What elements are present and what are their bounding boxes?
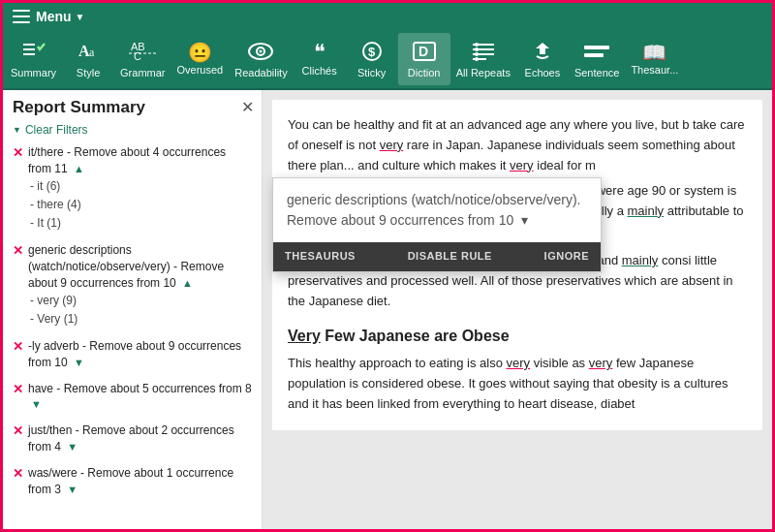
summary-icon <box>21 41 46 65</box>
sub-items-generic: - very (9) - Very (1) <box>30 292 252 329</box>
filter-title-ly-adverb[interactable]: ✕ -ly adverb - Remove about 9 occurrence… <box>13 338 252 371</box>
sticky-label: Sticky <box>357 67 386 78</box>
filter-title-have[interactable]: ✕ have - Remove about 5 occurrences from… <box>13 381 252 414</box>
sub-item: - It (1) <box>30 214 252 233</box>
toolbar-item-sentence[interactable]: Sentence <box>569 33 625 85</box>
toolbar: Summary A a Style AB C Grammar 😐 Overuse… <box>3 30 772 90</box>
overused-icon: 😐 <box>188 43 212 62</box>
toolbar-item-thesaurus[interactable]: 📖 Thesaur... <box>625 33 684 85</box>
svg-rect-23 <box>584 46 609 49</box>
tooltip-thesaurus-btn[interactable]: THESAURUS <box>285 248 356 266</box>
toolbar-item-cliches[interactable]: ❝ Clichés <box>294 33 346 85</box>
filter-title-was-were[interactable]: ✕ was/were - Remove about 1 occurrence f… <box>13 465 252 498</box>
grammar-icon: AB C <box>129 41 156 65</box>
expand-arrow-was-were[interactable]: ▼ <box>67 484 78 495</box>
tooltip-popup: generic descriptions (watch/notice/obser… <box>272 177 602 272</box>
filter-title-just-then[interactable]: ✕ just/then - Remove about 2 occurrences… <box>13 422 252 455</box>
echoes-icon <box>530 41 555 65</box>
toolbar-item-sticky[interactable]: $ Sticky <box>346 33 398 85</box>
svg-point-21 <box>475 52 479 56</box>
style-icon: A a <box>76 41 101 65</box>
tooltip-disable-rule-btn[interactable]: DISABLE RULE <box>408 248 492 266</box>
summary-label: Summary <box>11 67 56 78</box>
highlighted-mainly-2: mainly <box>622 253 659 267</box>
paragraph-4: This healthy approach to eating is also … <box>288 354 747 414</box>
thesaurus-icon: 📖 <box>642 43 666 62</box>
toolbar-item-style[interactable]: A a Style <box>62 33 114 85</box>
menu-bar: Menu ▼ <box>3 3 772 30</box>
remove-icon-was-were[interactable]: ✕ <box>13 465 23 483</box>
highlighted-very-2: very <box>510 158 534 172</box>
sub-item: - very (9) <box>30 292 252 310</box>
tooltip-chevron[interactable]: ▾ <box>521 210 528 231</box>
filter-title-generic[interactable]: ✕ generic descriptions (watch/notice/obs… <box>13 242 252 291</box>
thesaurus-label: Thesaur... <box>631 64 678 76</box>
sub-item: - it (6) <box>30 177 252 196</box>
paragraph-1: You can be healthy and fit at an advance… <box>288 115 747 173</box>
sub-item: - Very (1) <box>30 310 252 329</box>
expand-arrow-it-there[interactable]: ▲ <box>74 163 84 174</box>
right-panel: You can be healthy and fit at an advance… <box>263 90 772 532</box>
expand-arrow-generic[interactable]: ▲ <box>182 277 193 289</box>
toolbar-item-summary[interactable]: Summary <box>5 33 62 85</box>
expand-arrow-ly-adverb[interactable]: ▼ <box>74 357 84 368</box>
cliches-icon: ❝ <box>314 42 326 63</box>
tooltip-ignore-btn[interactable]: IGNORE <box>544 248 589 266</box>
filter-text-ly-adverb: -ly adverb - Remove about 9 occurrences … <box>28 338 252 371</box>
menu-icon <box>13 10 30 23</box>
svg-point-10 <box>260 49 263 52</box>
svg-text:C: C <box>134 50 141 62</box>
diction-icon: D <box>412 41 437 65</box>
toolbar-item-overused[interactable]: 😐 Overused <box>171 33 230 85</box>
filter-item-ly-adverb: ✕ -ly adverb - Remove about 9 occurrence… <box>13 338 252 371</box>
tooltip-text: generic descriptions (watch/notice/obser… <box>273 178 601 242</box>
menu-arrow[interactable]: ▼ <box>76 12 85 22</box>
readability-icon <box>247 41 274 65</box>
highlighted-very-3: very <box>506 356 530 370</box>
filter-text-was-were: was/were - Remove about 1 occurrence fro… <box>28 465 252 498</box>
filter-title-it-there[interactable]: ✕ it/there - Remove about 4 occurrences … <box>13 144 252 177</box>
toolbar-item-all-repeats[interactable]: All Repeats <box>450 33 516 85</box>
filter-text-have: have - Remove about 5 occurrences from 8… <box>28 381 252 414</box>
filter-item-just-then: ✕ just/then - Remove about 2 occurrences… <box>13 422 252 455</box>
svg-point-22 <box>475 57 479 61</box>
toolbar-item-readability[interactable]: Readability <box>229 33 293 85</box>
toolbar-item-grammar[interactable]: AB C Grammar <box>114 33 170 85</box>
all-repeats-label: All Repeats <box>456 67 511 78</box>
menu-label[interactable]: Menu <box>36 9 72 24</box>
filter-item-was-were: ✕ was/were - Remove about 1 occurrence f… <box>13 465 252 498</box>
cliches-label: Clichés <box>302 65 337 77</box>
toolbar-item-diction[interactable]: D Diction <box>398 33 450 85</box>
remove-icon-generic[interactable]: ✕ <box>13 242 23 260</box>
svg-text:a: a <box>89 46 95 59</box>
content-area: You can be healthy and fit at an advance… <box>272 100 762 430</box>
expand-arrow-just-then[interactable]: ▼ <box>67 441 78 453</box>
svg-text:$: $ <box>368 45 376 59</box>
remove-icon-just-then[interactable]: ✕ <box>13 422 23 440</box>
svg-point-19 <box>475 43 479 47</box>
section-heading: Very Few Japanese are Obese <box>288 324 747 349</box>
close-button[interactable]: ✕ <box>241 98 254 116</box>
left-panel: Report Summary ✕ Clear Filters ✕ it/ther… <box>3 90 263 532</box>
echoes-label: Echoes <box>525 67 561 78</box>
filter-text-it-there: it/there - Remove about 4 occurrences fr… <box>28 144 252 177</box>
svg-rect-24 <box>584 53 604 57</box>
diction-label: Diction <box>408 67 441 78</box>
remove-icon-ly-adverb[interactable]: ✕ <box>13 338 23 356</box>
filter-text-generic: generic descriptions (watch/notice/obser… <box>28 242 252 291</box>
sub-items-it-there: - it (6) - there (4) - It (1) <box>30 177 252 234</box>
sub-item: - there (4) <box>30 196 252 214</box>
readability-label: Readability <box>234 67 287 78</box>
sentence-icon <box>582 41 611 65</box>
sticky-icon: $ <box>359 41 385 65</box>
report-title: Report Summary <box>13 98 252 117</box>
all-repeats-icon <box>471 41 496 65</box>
svg-point-20 <box>475 47 479 51</box>
remove-icon-have[interactable]: ✕ <box>13 381 23 398</box>
tooltip-actions: THESAURUS DISABLE RULE IGNORE <box>273 242 601 271</box>
expand-arrow-have[interactable]: ▼ <box>31 398 42 410</box>
clear-filters-link[interactable]: Clear Filters <box>13 123 252 137</box>
clear-filters-label: Clear Filters <box>25 123 88 137</box>
remove-icon-it-there[interactable]: ✕ <box>13 144 23 162</box>
toolbar-item-echoes[interactable]: Echoes <box>516 33 569 85</box>
